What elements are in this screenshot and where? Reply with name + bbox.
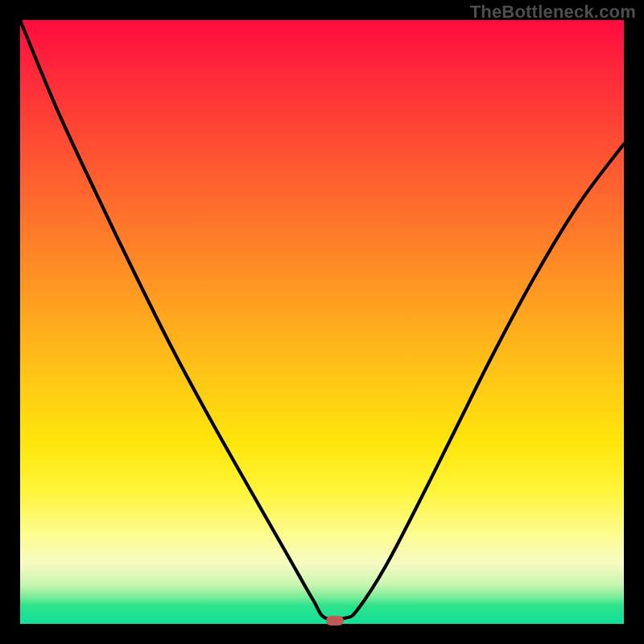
curve-path: [20, 20, 624, 620]
optimum-marker: [326, 616, 344, 625]
bottleneck-curve: [20, 20, 624, 624]
watermark-label: TheBottleneck.com: [470, 2, 636, 23]
chart-frame: TheBottleneck.com: [0, 0, 644, 644]
axis-baseline: [20, 624, 624, 625]
